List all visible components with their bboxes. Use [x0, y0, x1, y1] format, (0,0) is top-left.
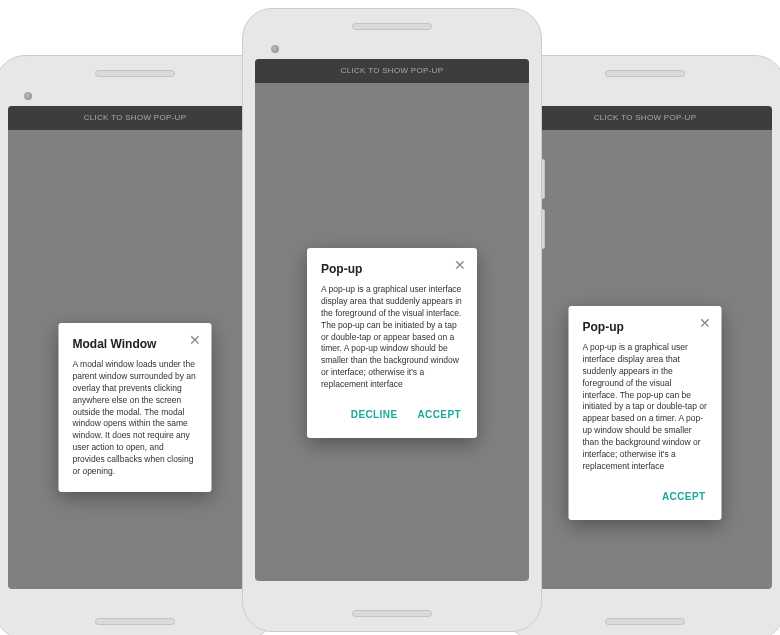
- speaker-icon: [605, 70, 685, 77]
- accept-button[interactable]: ACCEPT: [415, 405, 463, 424]
- speaker-icon: [352, 610, 432, 617]
- speaker-icon: [352, 23, 432, 30]
- show-popup-bar[interactable]: CLICK TO SHOW POP-UP: [518, 106, 772, 130]
- volume-up-button: [541, 159, 545, 199]
- phone-screen-right: CLICK TO SHOW POP-UP ✕ Pop-up A pop-up i…: [518, 106, 772, 589]
- speaker-icon: [95, 70, 175, 77]
- close-icon[interactable]: ✕: [698, 316, 712, 330]
- camera-icon: [271, 45, 279, 53]
- card-body: A pop-up is a graphical user interface d…: [321, 284, 463, 391]
- speaker-icon: [95, 618, 175, 625]
- phone-frame-center: CLICK TO SHOW POP-UP ✕ Pop-up A pop-up i…: [242, 8, 542, 632]
- show-popup-bar[interactable]: CLICK TO SHOW POP-UP: [255, 59, 529, 83]
- phone-screen-left: CLICK TO SHOW POP-UP ✕ Modal Window A mo…: [8, 106, 262, 589]
- close-icon[interactable]: ✕: [453, 258, 467, 272]
- card-body: A pop-up is a graphical user interface d…: [583, 342, 708, 473]
- close-icon[interactable]: ✕: [188, 333, 202, 347]
- card-actions: DECLINE ACCEPT: [321, 405, 463, 424]
- card-body: A modal window loads under the parent wi…: [73, 359, 198, 478]
- card-title: Modal Window: [73, 337, 198, 351]
- popup-card: ✕ Pop-up A pop-up is a graphical user in…: [307, 248, 477, 438]
- volume-down-button: [541, 209, 545, 249]
- show-popup-bar[interactable]: CLICK TO SHOW POP-UP: [8, 106, 262, 130]
- speaker-icon: [605, 618, 685, 625]
- camera-icon: [24, 92, 32, 100]
- phone-frame-left: CLICK TO SHOW POP-UP ✕ Modal Window A mo…: [0, 55, 275, 635]
- phone-frame-right: CLICK TO SHOW POP-UP ✕ Pop-up A pop-up i…: [505, 55, 780, 635]
- side-buttons: [541, 159, 545, 259]
- card-title: Pop-up: [321, 262, 463, 276]
- accept-button[interactable]: ACCEPT: [660, 487, 708, 506]
- card-title: Pop-up: [583, 320, 708, 334]
- card-actions: ACCEPT: [583, 487, 708, 506]
- popup-card: ✕ Pop-up A pop-up is a graphical user in…: [569, 306, 722, 520]
- modal-window-card: ✕ Modal Window A modal window loads unde…: [59, 323, 212, 492]
- decline-button[interactable]: DECLINE: [349, 405, 400, 424]
- phone-screen-center: CLICK TO SHOW POP-UP ✕ Pop-up A pop-up i…: [255, 59, 529, 581]
